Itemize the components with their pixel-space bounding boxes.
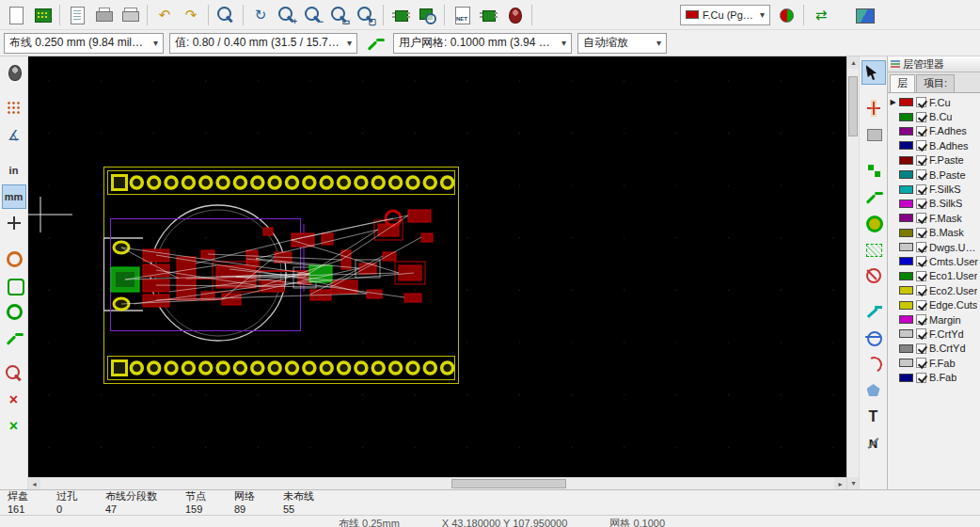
layer-row[interactable]: Cmts.User <box>888 254 980 268</box>
layer-row[interactable]: F.Adhes <box>888 124 980 138</box>
cursor-shape-button[interactable] <box>2 211 26 235</box>
layer-row[interactable]: F.SilkS <box>888 182 980 196</box>
layer-visibility-checkbox[interactable] <box>916 126 926 136</box>
layer-row[interactable]: F.Fab <box>888 356 980 370</box>
layer-color-swatch[interactable] <box>899 329 913 338</box>
layer-row[interactable]: B.Mask <box>888 226 980 240</box>
layer-visibility-checkbox[interactable] <box>916 256 926 266</box>
3d-viewer-button[interactable] <box>852 3 877 27</box>
layer-row[interactable]: F.Paste <box>888 153 980 168</box>
drc-off-button[interactable] <box>2 60 26 85</box>
layer-visibility-checkbox[interactable] <box>916 112 926 122</box>
layer-row[interactable]: B.Fab <box>888 370 980 384</box>
layer-row[interactable]: B.CrtYd <box>888 342 980 356</box>
layer-color-swatch[interactable] <box>899 113 913 121</box>
layer-color-swatch[interactable] <box>899 229 913 237</box>
track-cleanup-button[interactable]: × <box>2 388 26 412</box>
tab-layers[interactable]: 层 <box>890 74 915 92</box>
layer-color-swatch[interactable] <box>899 374 913 382</box>
layer-row[interactable]: Margin <box>888 312 980 327</box>
layer-row[interactable]: F.CrtYd <box>888 327 980 341</box>
layer-pair-button[interactable] <box>774 3 798 27</box>
layer-color-swatch[interactable] <box>899 257 913 265</box>
layer-row[interactable]: Eco2.User <box>888 283 980 297</box>
undo-button[interactable]: ↶ <box>152 3 177 27</box>
layer-color-swatch[interactable] <box>899 286 913 295</box>
layer-row[interactable]: Eco1.User <box>888 269 980 283</box>
add-text-button[interactable]: T <box>861 405 886 429</box>
add-zone-button[interactable] <box>861 237 886 262</box>
local-ratsnest-button[interactable] <box>861 122 886 147</box>
layer-visibility-checkbox[interactable] <box>916 328 926 339</box>
layer-color-swatch[interactable] <box>899 156 913 165</box>
layer-row[interactable]: ▶F.Cu <box>888 95 980 109</box>
layer-visibility-checkbox[interactable] <box>916 373 926 383</box>
layer-visibility-checkbox[interactable] <box>916 271 926 281</box>
layer-row[interactable]: B.Adhes <box>888 138 980 152</box>
horizontal-scroll-track[interactable] <box>40 478 834 489</box>
user-grid-dropdown[interactable]: 用户网格: 0.1000 mm (3.94 mils) ▾ <box>393 33 572 54</box>
add-graphic-arc-button[interactable] <box>861 352 886 376</box>
add-polygon-button[interactable] <box>861 378 886 403</box>
footprint-viewer-button[interactable] <box>415 3 439 27</box>
netlist-button[interactable]: NET <box>450 3 474 27</box>
layer-color-swatch[interactable] <box>899 98 913 106</box>
plot-button[interactable] <box>118 3 142 27</box>
select-tool-button[interactable] <box>861 60 886 85</box>
find-button[interactable] <box>213 3 238 27</box>
layer-visibility-checkbox[interactable] <box>916 140 926 151</box>
route-tracks-button[interactable] <box>861 184 886 209</box>
layer-color-swatch[interactable] <box>899 185 913 194</box>
track-width-dropdown[interactable]: 布线 0.250 mm (9.84 mils) * ▾ <box>4 33 164 54</box>
zones-display-button[interactable] <box>2 273 26 297</box>
ratsnest-hide-button[interactable]: × <box>2 414 26 439</box>
layer-visibility-checkbox[interactable] <box>916 242 926 252</box>
layer-color-swatch[interactable] <box>899 243 913 251</box>
units-mm-button[interactable]: mm <box>2 184 26 209</box>
zoom-level-dropdown[interactable]: 自动缩放 ▾ <box>577 33 667 54</box>
add-graphic-line-button[interactable] <box>861 299 886 324</box>
polar-coords-button[interactable]: ∡ <box>2 122 26 147</box>
vertical-scroll-track[interactable] <box>847 69 859 477</box>
layer-row[interactable]: B.Cu <box>888 109 980 123</box>
zoom-selection-button[interactable]: ▢ <box>354 3 378 27</box>
high-contrast-button[interactable] <box>2 361 26 386</box>
layer-color-swatch[interactable] <box>899 141 913 150</box>
layer-visibility-checkbox[interactable] <box>916 314 926 325</box>
layer-visibility-checkbox[interactable] <box>916 285 926 295</box>
highlight-net-button[interactable] <box>861 96 886 120</box>
redo-button[interactable]: ↷ <box>179 3 203 27</box>
tracks-sketch-button[interactable] <box>2 326 26 350</box>
microwave-tools-button[interactable]: ⇄ <box>809 3 833 27</box>
auto-track-width-button[interactable] <box>363 31 387 56</box>
new-board-button[interactable] <box>4 3 28 27</box>
via-size-dropdown[interactable]: 值: 0.80 / 0.40 mm (31.5 / 15.7 mils) * ▾ <box>169 33 357 54</box>
layer-visibility-checkbox[interactable] <box>916 184 926 195</box>
page-settings-button[interactable] <box>65 3 89 27</box>
open-board-button[interactable] <box>30 3 55 27</box>
layer-row[interactable]: B.SilkS <box>888 197 980 211</box>
units-inch-button[interactable]: in <box>2 158 26 183</box>
layer-row[interactable]: B.Paste <box>888 168 980 182</box>
ratsnest-visibility-button[interactable] <box>2 247 26 271</box>
grid-visibility-button[interactable] <box>2 96 26 120</box>
footprint-editor-button[interactable] <box>388 3 413 27</box>
layer-visibility-checkbox[interactable] <box>916 300 926 311</box>
layer-color-swatch[interactable] <box>899 127 913 136</box>
layer-row[interactable]: Dwgs.User <box>888 240 980 254</box>
tab-items[interactable]: 项目: <box>916 74 955 92</box>
layer-visibility-checkbox[interactable] <box>916 358 926 368</box>
zoom-in-button[interactable]: + <box>275 3 299 27</box>
layer-color-swatch[interactable] <box>899 359 913 367</box>
horizontal-scroll-thumb[interactable] <box>451 479 566 488</box>
layer-color-swatch[interactable] <box>899 272 913 280</box>
print-button[interactable] <box>91 3 116 27</box>
add-footprint-button[interactable] <box>861 158 886 183</box>
redraw-button[interactable]: ↻ <box>248 3 273 27</box>
layer-color-swatch[interactable] <box>899 344 913 353</box>
drc-button[interactable] <box>502 3 527 27</box>
layer-color-swatch[interactable] <box>899 170 913 179</box>
layer-visibility-checkbox[interactable] <box>916 169 926 180</box>
pads-sketch-button[interactable] <box>2 299 26 324</box>
layer-color-swatch[interactable] <box>899 200 913 208</box>
